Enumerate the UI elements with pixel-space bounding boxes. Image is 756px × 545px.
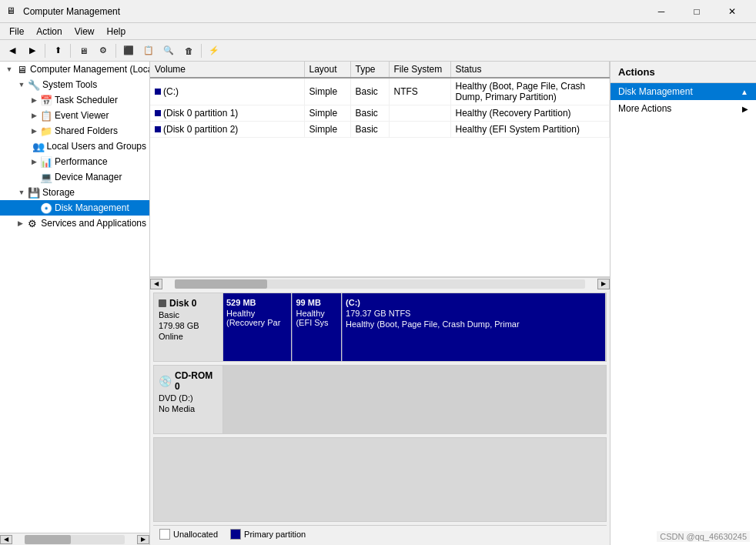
disk0-label: Disk 0 Basic 179.98 GB Online bbox=[154, 293, 223, 361]
table-row[interactable]: (C:) Simple Basic NTFS Healthy (Boot, Pa… bbox=[150, 78, 610, 105]
shared-folders-expand: ▶ bbox=[28, 127, 40, 135]
shared-folders-label: Shared Folders bbox=[55, 125, 118, 136]
volume-icon bbox=[155, 89, 161, 95]
volume-table-area: Volume Layout Type File System Status (C… bbox=[150, 62, 610, 277]
h-scrollbar[interactable] bbox=[175, 279, 585, 289]
toolbar-sep-4 bbox=[201, 44, 202, 58]
toolbar-sep-3 bbox=[115, 44, 116, 58]
col-volume[interactable]: Volume bbox=[150, 62, 304, 78]
tree-h-thumb bbox=[25, 535, 71, 544]
disk0-partitions: 529 MB Healthy (Recovery Par 99 MB Healt… bbox=[223, 293, 606, 361]
export-button[interactable]: ⬛ bbox=[119, 42, 138, 59]
actions-section-label: Disk Management bbox=[618, 86, 693, 97]
cdrom0-row: 💿 CD-ROM 0 DVD (D:) No Media bbox=[153, 365, 607, 434]
disk0-part3[interactable]: (C:) 179.37 GB NTFS Healthy (Boot, Page … bbox=[342, 293, 606, 361]
volume-table: Volume Layout Type File System Status (C… bbox=[150, 62, 610, 138]
table-row[interactable]: (Disk 0 partition 1) Simple Basic Health… bbox=[150, 105, 610, 122]
task-scheduler-label: Task Scheduler bbox=[55, 95, 118, 105]
watermark: CSDN @qq_46630245 bbox=[657, 531, 750, 542]
disk0-title: Disk 0 bbox=[169, 298, 196, 309]
table-row[interactable]: (Disk 0 partition 2) Simple Basic Health… bbox=[150, 122, 610, 138]
storage-label: Storage bbox=[42, 187, 75, 198]
menu-view[interactable]: View bbox=[69, 25, 101, 38]
tree-h-scroll[interactable] bbox=[25, 535, 125, 544]
cell-layout: Simple bbox=[304, 78, 350, 105]
volume-icon bbox=[155, 110, 161, 116]
col-type[interactable]: Type bbox=[350, 62, 389, 78]
tree-device-manager[interactable]: 💻 Device Manager bbox=[0, 169, 149, 185]
cell-type: Basic bbox=[350, 78, 389, 105]
actions-more-actions[interactable]: More Actions ▶ bbox=[610, 100, 756, 117]
tree-root[interactable]: ▼ 🖥 Computer Management (Local bbox=[0, 62, 149, 77]
menu-file[interactable]: File bbox=[3, 25, 30, 38]
properties-button[interactable]: 🔍 bbox=[159, 42, 178, 59]
tree-shared-folders[interactable]: ▶ 📁 Shared Folders bbox=[0, 123, 149, 139]
main-layout: ▼ 🖥 Computer Management (Local ▼ 🔧 Syste… bbox=[0, 62, 756, 545]
title-bar: 🖥 Computer Management ─ □ ✕ bbox=[0, 0, 756, 23]
tree-local-users[interactable]: 👥 Local Users and Groups bbox=[0, 139, 149, 154]
actions-section-disk-management[interactable]: Disk Management ▲ bbox=[610, 83, 756, 100]
tree-scrollbar[interactable]: ◀ ▶ bbox=[0, 533, 149, 545]
forward-button[interactable]: ▶ bbox=[23, 42, 42, 59]
col-layout[interactable]: Layout bbox=[304, 62, 350, 78]
close-button[interactable]: ✕ bbox=[714, 0, 750, 23]
tree-disk-management[interactable]: 💿 Disk Management bbox=[0, 200, 149, 216]
cdrom0-label: 💿 CD-ROM 0 DVD (D:) No Media bbox=[154, 366, 223, 433]
unallocated-swatch bbox=[159, 529, 170, 540]
tree-panel: ▼ 🖥 Computer Management (Local ▼ 🔧 Syste… bbox=[0, 62, 150, 545]
up-button[interactable]: ⬆ bbox=[49, 42, 67, 59]
window-controls: ─ □ ✕ bbox=[644, 0, 750, 23]
col-status[interactable]: Status bbox=[450, 62, 610, 78]
tree-system-tools[interactable]: ▼ 🔧 System Tools bbox=[0, 77, 149, 92]
event-viewer-expand: ▶ bbox=[28, 112, 40, 119]
volume-icon bbox=[155, 126, 161, 132]
scroll-left-btn2[interactable]: ◀ bbox=[150, 279, 162, 289]
more-actions-label: More Actions bbox=[618, 103, 671, 114]
maximize-button[interactable]: □ bbox=[679, 0, 714, 23]
more-actions-arrow: ▶ bbox=[742, 105, 748, 113]
actions-header: Actions bbox=[610, 62, 756, 83]
primary-label: Primary partition bbox=[244, 530, 306, 539]
view-button[interactable]: 📋 bbox=[139, 42, 158, 59]
settings-button[interactable]: ⚙ bbox=[94, 42, 112, 59]
scroll-left-btn[interactable]: ◀ bbox=[0, 535, 12, 544]
menu-help[interactable]: Help bbox=[101, 25, 132, 38]
system-tools-icon: 🔧 bbox=[28, 79, 40, 91]
part3-status: Healthy (Boot, Page File, Crash Dump, Pr… bbox=[346, 319, 602, 329]
menu-action[interactable]: Action bbox=[30, 25, 68, 38]
services-label: Services and Applications bbox=[41, 218, 146, 229]
window-title: Computer Management bbox=[23, 6, 644, 17]
right-panel: Volume Layout Type File System Status (C… bbox=[150, 62, 610, 545]
legend-unallocated: Unallocated bbox=[159, 529, 218, 540]
app-icon: 🖥 bbox=[6, 5, 18, 18]
legend-bar: Unallocated Primary partition bbox=[153, 525, 607, 542]
part1-size: 529 MB bbox=[226, 298, 288, 307]
scroll-right-btn[interactable]: ▶ bbox=[137, 535, 149, 544]
part2-size: 99 MB bbox=[296, 298, 338, 307]
toolbar: ◀ ▶ ⬆ 🖥 ⚙ ⬛ 📋 🔍 🗑 ⚡ bbox=[0, 40, 756, 62]
disk0-part2[interactable]: 99 MB Healthy (EFI Sys bbox=[292, 293, 342, 361]
minimize-button[interactable]: ─ bbox=[644, 0, 679, 23]
empty-disk-area bbox=[153, 437, 607, 522]
event-viewer-label: Event Viewer bbox=[55, 110, 109, 121]
action-button[interactable]: ⚡ bbox=[205, 42, 223, 59]
disk0-part1[interactable]: 529 MB Healthy (Recovery Par bbox=[223, 293, 292, 361]
tree-services[interactable]: ▶ ⚙ Services and Applications bbox=[0, 216, 149, 231]
root-label: Computer Management (Local bbox=[30, 64, 150, 75]
tree-event-viewer[interactable]: ▶ 📋 Event Viewer bbox=[0, 108, 149, 123]
tree-performance[interactable]: ▶ 📊 Performance bbox=[0, 154, 149, 169]
event-viewer-icon: 📋 bbox=[40, 109, 52, 122]
computer-button[interactable]: 🖥 bbox=[74, 42, 92, 59]
cell-layout: Simple bbox=[304, 105, 350, 122]
delete-button[interactable]: 🗑 bbox=[179, 42, 198, 59]
cell-layout: Simple bbox=[304, 122, 350, 138]
scroll-right-btn2[interactable]: ▶ bbox=[597, 279, 610, 289]
h-scrollbar-thumb bbox=[175, 279, 267, 289]
table-scrollbar[interactable]: ◀ ▶ bbox=[150, 277, 610, 289]
tree-task-scheduler[interactable]: ▶ 📅 Task Scheduler bbox=[0, 92, 149, 108]
shared-folders-icon: 📁 bbox=[40, 125, 52, 137]
col-filesystem[interactable]: File System bbox=[389, 62, 450, 78]
toolbar-sep-2 bbox=[70, 44, 71, 58]
back-button[interactable]: ◀ bbox=[3, 42, 22, 59]
tree-storage[interactable]: ▼ 💾 Storage bbox=[0, 185, 149, 200]
